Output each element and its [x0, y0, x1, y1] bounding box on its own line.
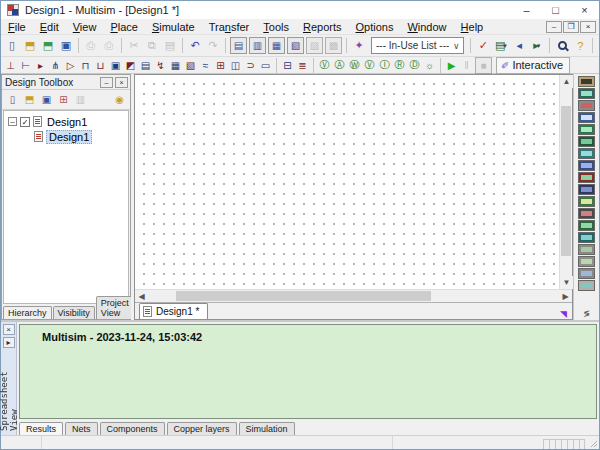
place-analog-icon[interactable]: ▷ [63, 58, 78, 73]
print-preview-icon[interactable]: ⎙ [100, 37, 118, 55]
toggle-postprocessor-icon[interactable]: ▨ [306, 37, 323, 54]
tree-expander-icon[interactable]: – [8, 117, 17, 126]
help-icon[interactable]: ? [571, 37, 589, 55]
place-ni-component-icon[interactable]: ◫ [228, 58, 243, 73]
component-wizard-icon[interactable]: ✦ [350, 37, 368, 55]
dtb-save-icon[interactable]: ▣ [38, 91, 55, 108]
wattmeter-icon[interactable] [578, 100, 595, 111]
agilent-multimeter-icon[interactable] [578, 256, 595, 267]
erc-check-icon[interactable]: ✓ [474, 37, 492, 55]
spreadsheet-expand-button[interactable]: ▸ [3, 337, 15, 348]
schematic-canvas[interactable] [135, 75, 559, 289]
place-misc-icon[interactable]: ▦ [168, 58, 183, 73]
place-diode-icon[interactable]: ▸ [33, 58, 48, 73]
mdi-close-button[interactable]: × [580, 21, 596, 33]
design-toolbox-tab[interactable]: Hierarchy [3, 306, 52, 319]
panel-minimize-button[interactable]: – [100, 77, 113, 88]
probe-digital-icon[interactable]: Ⓓ [407, 58, 422, 73]
toggle-spice-netlist-icon[interactable]: ▦ [268, 37, 285, 54]
paste-icon[interactable]: ▤ [161, 37, 179, 55]
place-misc-digital-icon[interactable]: ▣ [108, 58, 123, 73]
logic-converter-icon[interactable] [578, 172, 595, 183]
probe-voltage-icon[interactable]: Ⓥ [317, 58, 332, 73]
hscroll-thumb[interactable] [176, 291, 431, 301]
toggle-design-toolbox-icon[interactable]: ▤ [230, 37, 247, 54]
oscilloscope-icon[interactable] [578, 112, 595, 123]
tree-checkbox[interactable]: ✓ [20, 117, 30, 127]
print-icon[interactable]: ⎙ [82, 37, 100, 55]
bode-plotter-icon[interactable] [578, 136, 595, 147]
sheet-tab-design1[interactable]: Design1 * [139, 303, 208, 319]
dtb-options-icon[interactable]: ◉ [111, 91, 128, 108]
spectrum-analyzer-icon[interactable] [578, 220, 595, 231]
logic-analyzer-icon[interactable] [578, 184, 595, 195]
in-use-list-dropdown[interactable]: --- In-Use List --- ∨ [371, 37, 464, 54]
menu-item[interactable]: Tools [256, 20, 296, 34]
tree-child-row[interactable]: Design1 [8, 129, 128, 144]
copy-icon[interactable]: ⧉ [143, 37, 161, 55]
probe-reference-icon[interactable]: Ⓡ [392, 58, 407, 73]
minimize-button[interactable]: – [512, 1, 541, 19]
place-power-icon[interactable]: ↯ [153, 58, 168, 73]
menu-item[interactable]: View [66, 20, 104, 34]
probe-voltage-current-icon[interactable]: Ⓘ [377, 58, 392, 73]
spreadsheet-tab[interactable]: Simulation [239, 422, 295, 435]
simulate-stop-icon[interactable]: ■ [475, 57, 492, 74]
interactive-button[interactable]: ✐ Interactive [496, 57, 570, 74]
menu-item[interactable]: Reports [296, 20, 349, 34]
spreadsheet-tab[interactable]: Nets [65, 422, 98, 435]
toggle-spreadsheet-view-icon[interactable]: ▥ [249, 37, 266, 54]
probe-diff-voltage-icon[interactable]: Ⓥ [362, 58, 377, 73]
back-annotate-icon[interactable]: ◂ [510, 37, 528, 55]
open-sample-icon[interactable]: ⬒ [39, 37, 57, 55]
network-analyzer-icon[interactable] [578, 232, 595, 243]
dtb-new-icon[interactable]: ▯ [4, 91, 21, 108]
toggle-parent-sheet-icon[interactable]: ▩ [325, 37, 342, 54]
redo-icon[interactable]: ↷ [204, 37, 222, 55]
simulate-run-icon[interactable]: ▶ [444, 58, 459, 73]
menu-item[interactable]: Transfer [202, 20, 257, 34]
dtb-close-icon[interactable]: ▥ [72, 91, 89, 108]
place-electromechanical-icon[interactable]: ⊞ [213, 58, 228, 73]
save-icon[interactable]: ▣ [57, 37, 75, 55]
cut-icon[interactable]: ✂ [125, 37, 143, 55]
place-transistor-icon[interactable]: ⋔ [48, 58, 63, 73]
tree-child-label[interactable]: Design1 [46, 130, 92, 144]
dtb-new-folder-icon[interactable]: ⊞ [55, 91, 72, 108]
menu-item[interactable]: Options [349, 20, 401, 34]
place-indicator-icon[interactable]: ▤ [138, 58, 153, 73]
panel-close-button[interactable]: × [115, 77, 128, 88]
vscroll-thumb[interactable] [561, 106, 571, 256]
menu-item[interactable]: Window [400, 20, 453, 34]
tab-overflow-icon[interactable]: ◥ [557, 309, 570, 319]
dtb-open-icon[interactable]: ⬒ [21, 91, 38, 108]
place-advanced-peripherals-icon[interactable]: ▧ [183, 58, 198, 73]
forward-annotate-icon[interactable]: ▸▾ [528, 37, 546, 55]
mdi-minimize-button[interactable]: – [546, 21, 562, 33]
place-basic-icon[interactable]: ⊢ [18, 58, 33, 73]
spreadsheet-tab[interactable]: Copper layers [167, 422, 237, 435]
function-generator-icon[interactable] [578, 88, 595, 99]
multimeter-icon[interactable] [578, 76, 595, 87]
zoom-in-icon[interactable]: ⊕ [596, 37, 600, 55]
tektronix-oscilloscope-icon[interactable] [578, 280, 595, 291]
maximize-button[interactable]: □ [541, 1, 570, 19]
menu-item[interactable]: Place [103, 20, 145, 34]
place-bus-icon[interactable]: ≣ [295, 58, 310, 73]
close-button[interactable]: × [570, 1, 599, 19]
place-connector-icon[interactable]: ⊃ [243, 58, 258, 73]
probe-power-icon[interactable]: Ⓦ [347, 58, 362, 73]
scroll-up-icon[interactable]: ▲ [560, 75, 573, 88]
spreadsheet-tab[interactable]: Results [19, 422, 63, 435]
simulate-pause-icon[interactable]: ‖ [459, 58, 474, 73]
find-icon[interactable] [553, 37, 571, 55]
probe-current-icon[interactable]: Ⓐ [332, 58, 347, 73]
agilent-function-generator-icon[interactable] [578, 244, 595, 255]
place-ttl-icon[interactable]: ⊓ [78, 58, 93, 73]
new-icon[interactable]: ▯ [3, 37, 21, 55]
four-channel-oscilloscope-icon[interactable] [578, 124, 595, 135]
menu-item[interactable]: Edit [33, 20, 66, 34]
scroll-down-icon[interactable]: ▼ [560, 276, 573, 289]
database-manager-icon[interactable]: ▤▾ [492, 37, 510, 55]
probe-settings-icon[interactable]: ☼ [422, 58, 437, 73]
